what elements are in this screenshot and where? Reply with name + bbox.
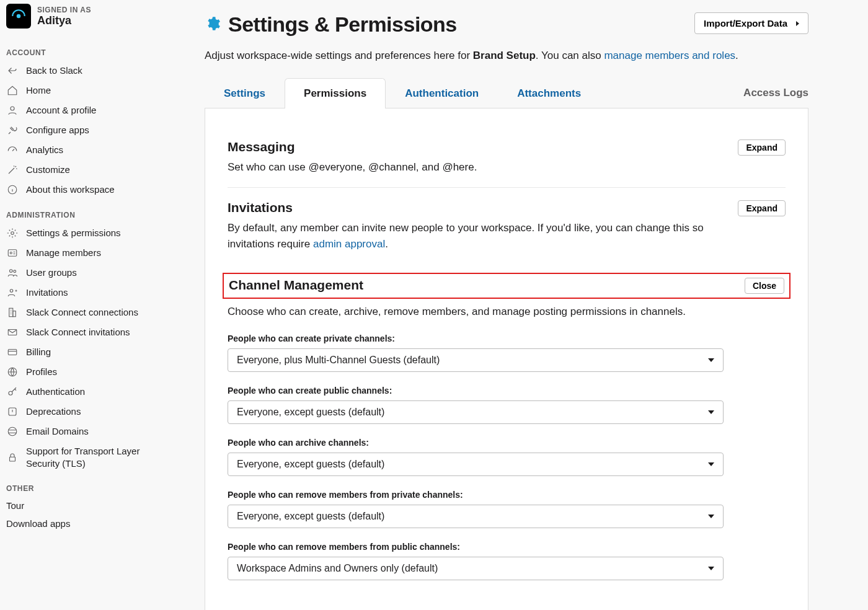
sidebar-item-label: Authentication xyxy=(26,386,159,398)
permissions-panel: Messaging Set who can use @everyone, @ch… xyxy=(205,108,808,611)
sidebar-item-tour[interactable]: Tour xyxy=(0,497,165,515)
svg-point-16 xyxy=(8,427,17,436)
gear-icon xyxy=(6,227,19,239)
alert-icon xyxy=(6,405,19,418)
svg-rect-10 xyxy=(13,311,16,317)
sidebar-item-home[interactable]: Home xyxy=(0,81,165,100)
select-value: Everyone, plus Multi-Channel Guests (def… xyxy=(237,355,440,366)
sidebar-item-account-profile[interactable]: Account & profile xyxy=(0,100,165,120)
subtext-mid: . You can also xyxy=(536,50,604,61)
sidebar-item-about-workspace[interactable]: About this workspace xyxy=(0,180,165,200)
section-invitations: Invitations By default, any member can i… xyxy=(228,187,786,264)
sidebar-item-slack-connect-connections[interactable]: Slack Connect connections xyxy=(0,303,165,322)
lock-icon xyxy=(6,451,19,464)
import-export-button[interactable]: Import/Export Data xyxy=(694,12,808,34)
select-value: Everyone, except guests (default) xyxy=(237,511,384,522)
select-remove-private-members[interactable]: Everyone, except guests (default) xyxy=(228,505,724,528)
sidebar-item-label: User groups xyxy=(26,267,159,279)
section-desc-channel: Choose who can create, archive, remove m… xyxy=(228,304,786,320)
svg-point-14 xyxy=(9,391,12,395)
tab-attachments[interactable]: Attachments xyxy=(498,78,600,108)
sidebar-item-billing[interactable]: Billing xyxy=(0,342,165,362)
sidebar-item-label: Email Domains xyxy=(26,425,159,438)
select-create-private-channels[interactable]: Everyone, plus Multi-Channel Guests (def… xyxy=(228,348,724,372)
field-label: People who can remove members from priva… xyxy=(228,490,786,500)
field-label: People who can archive channels: xyxy=(228,438,786,448)
sidebar-item-label: Analytics xyxy=(26,144,159,156)
select-archive-channels[interactable]: Everyone, except guests (default) xyxy=(228,453,724,476)
sidebar-item-slack-connect-invitations[interactable]: Slack Connect invitations xyxy=(0,322,165,342)
tabs: Settings Permissions Authentication Atta… xyxy=(205,77,808,108)
sidebar-item-label: Slack Connect connections xyxy=(26,306,159,319)
field-create-private-channels: People who can create private channels: … xyxy=(228,334,786,372)
sidebar-item-profiles[interactable]: Profiles xyxy=(0,362,165,382)
channel-management-highlight: Channel Management Close xyxy=(223,273,790,299)
expand-messaging-button[interactable]: Expand xyxy=(738,139,786,156)
sidebar-section-administration: ADMINISTRATION xyxy=(0,200,165,223)
field-create-public-channels: People who can create public channels: E… xyxy=(228,386,786,424)
svg-point-7 xyxy=(14,270,16,273)
field-label: People who can remove members from publi… xyxy=(228,542,786,552)
svg-point-1 xyxy=(11,107,14,110)
select-value: Everyone, except guests (default) xyxy=(237,459,384,470)
section-messaging: Messaging Set who can use @everyone, @ch… xyxy=(228,127,786,188)
expand-invitations-button[interactable]: Expand xyxy=(738,200,786,216)
select-value: Workspace Admins and Owners only (defaul… xyxy=(237,563,438,574)
sidebar-item-download-apps[interactable]: Download apps xyxy=(0,515,165,533)
section-desc-messaging: Set who can use @everyone, @channel, and… xyxy=(228,159,477,175)
sidebar-item-customize[interactable]: Customize xyxy=(0,160,165,180)
sidebar-section-other: OTHER xyxy=(0,473,165,497)
sidebar-item-label: Settings & permissions xyxy=(26,227,159,239)
manage-members-link[interactable]: manage members and roles xyxy=(604,50,735,61)
sidebar-item-deprecations[interactable]: Deprecations xyxy=(0,402,165,422)
sidebar-item-back-to-slack[interactable]: Back to Slack xyxy=(0,61,165,81)
page-title: Settings & Permissions xyxy=(205,12,457,37)
globe-lines-icon xyxy=(6,425,19,438)
close-channel-button[interactable]: Close xyxy=(745,278,784,294)
sidebar-item-invitations[interactable]: Invitations xyxy=(0,283,165,303)
svg-point-3 xyxy=(11,232,14,235)
section-title-invitations: Invitations xyxy=(228,200,725,215)
sidebar-item-tls-support[interactable]: Support for Transport Layer Security (TL… xyxy=(0,441,165,473)
gear-icon xyxy=(205,15,221,34)
sidebar: SIGNED IN AS Aditya ACCOUNT Back to Slac… xyxy=(0,0,165,610)
chevron-down-icon xyxy=(708,410,714,414)
tab-authentication[interactable]: Authentication xyxy=(386,78,498,108)
subtext-suffix: . xyxy=(735,50,738,61)
info-icon xyxy=(6,183,19,196)
credit-card-icon xyxy=(6,346,19,358)
select-create-public-channels[interactable]: Everyone, except guests (default) xyxy=(228,400,724,424)
sidebar-item-label: Back to Slack xyxy=(26,64,159,77)
sidebar-item-authentication[interactable]: Authentication xyxy=(0,382,165,402)
sidebar-item-user-groups[interactable]: User groups xyxy=(0,263,165,283)
sidebar-item-label: Billing xyxy=(26,346,159,358)
tab-settings[interactable]: Settings xyxy=(205,78,285,108)
wand-icon xyxy=(6,164,19,176)
sidebar-section-account: ACCOUNT xyxy=(0,37,165,61)
chevron-down-icon xyxy=(708,515,714,518)
select-remove-public-members[interactable]: Workspace Admins and Owners only (defaul… xyxy=(228,557,724,580)
section-title-messaging: Messaging xyxy=(228,139,477,154)
svg-rect-9 xyxy=(9,308,13,317)
tab-access-logs[interactable]: Access Logs xyxy=(725,78,808,108)
sidebar-item-settings-permissions[interactable]: Settings & permissions xyxy=(0,223,165,243)
select-value: Everyone, except guests (default) xyxy=(237,407,384,418)
sidebar-item-analytics[interactable]: Analytics xyxy=(0,140,165,160)
field-label: People who can create public channels: xyxy=(228,386,786,396)
svg-rect-17 xyxy=(10,457,16,461)
sidebar-item-manage-members[interactable]: Manage members xyxy=(0,243,165,263)
person-plus-icon xyxy=(6,286,19,299)
workspace-name: Brand Setup xyxy=(473,50,536,61)
sidebar-item-email-domains[interactable]: Email Domains xyxy=(0,422,165,441)
admin-approval-link[interactable]: admin approval xyxy=(313,238,385,250)
invitations-desc-prefix: By default, any member can invite new pe… xyxy=(228,222,704,250)
field-label: People who can create private channels: xyxy=(228,334,786,343)
field-archive-channels: People who can archive channels: Everyon… xyxy=(228,438,786,476)
back-arrow-icon xyxy=(6,64,19,77)
badge-icon xyxy=(6,247,19,259)
building-icon xyxy=(6,306,19,319)
chevron-down-icon xyxy=(708,358,714,362)
svg-point-5 xyxy=(10,252,12,254)
sidebar-item-configure-apps[interactable]: Configure apps xyxy=(0,120,165,140)
tab-permissions[interactable]: Permissions xyxy=(285,78,386,108)
